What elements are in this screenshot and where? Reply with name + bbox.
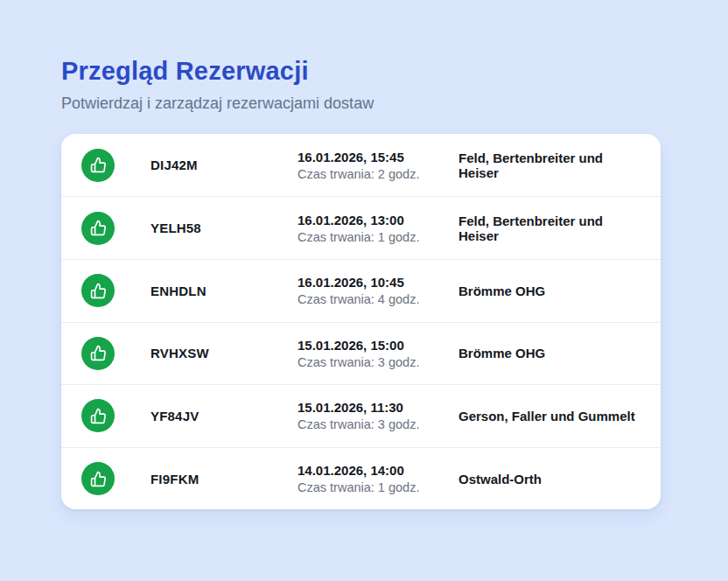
- reservation-time-cell: 14.01.2026, 14:00 Czas trwania: 1 godz.: [298, 463, 458, 494]
- confirm-cell: [61, 462, 150, 495]
- page-subtitle: Potwierdzaj i zarządzaj rezerwacjami dos…: [61, 94, 728, 113]
- reservation-code: ENHDLN: [150, 284, 298, 298]
- reservations-list: DIJ42M 16.01.2026, 15:45 Czas trwania: 2…: [61, 134, 661, 510]
- confirm-reservation-button[interactable]: [81, 337, 115, 370]
- reservation-code: FI9FKM: [150, 472, 298, 486]
- confirm-reservation-button[interactable]: [81, 212, 115, 245]
- reservation-time-cell: 16.01.2026, 15:45 Czas trwania: 2 godz.: [298, 150, 458, 181]
- confirm-cell: [61, 399, 150, 432]
- reservation-row: FI9FKM 14.01.2026, 14:00 Czas trwania: 1…: [61, 447, 661, 510]
- confirm-cell: [61, 149, 150, 182]
- reservation-company: Gerson, Faller und Gummelt: [458, 409, 661, 424]
- reservation-row: YF84JV 15.01.2026, 11:30 Czas trwania: 3…: [61, 384, 661, 447]
- confirm-reservation-button[interactable]: [81, 274, 115, 307]
- reservation-code: DIJ42M: [150, 158, 298, 172]
- reservation-row: RVHXSW 15.01.2026, 15:00 Czas trwania: 3…: [61, 322, 661, 385]
- reservations-page: Przegląd Rezerwacji Potwierdzaj i zarząd…: [0, 0, 728, 509]
- reservation-time-cell: 15.01.2026, 15:00 Czas trwania: 3 godz.: [298, 338, 458, 369]
- reservation-code: YELH58: [150, 220, 298, 235]
- thumbs-up-icon: [90, 157, 107, 173]
- reservation-code: RVHXSW: [150, 346, 298, 360]
- thumbs-up-icon: [90, 408, 107, 424]
- reservation-company: Feld, Bertenbreiter und Heiser: [458, 150, 661, 180]
- reservation-datetime: 16.01.2026, 15:45: [298, 150, 458, 164]
- reservation-company: Brömme OHG: [458, 346, 661, 360]
- reservation-datetime: 16.01.2026, 13:00: [298, 213, 458, 228]
- reservation-row: YELH58 16.01.2026, 13:00 Czas trwania: 1…: [61, 196, 661, 259]
- reservation-row: DIJ42M 16.01.2026, 15:45 Czas trwania: 2…: [61, 134, 661, 197]
- reservation-duration: Czas trwania: 2 godz.: [298, 167, 458, 181]
- reservation-datetime: 15.01.2026, 11:30: [298, 400, 458, 415]
- reservation-row: ENHDLN 16.01.2026, 10:45 Czas trwania: 4…: [61, 259, 661, 322]
- reservation-time-cell: 16.01.2026, 10:45 Czas trwania: 4 godz.: [298, 275, 458, 306]
- confirm-cell: [61, 337, 150, 370]
- reservation-datetime: 15.01.2026, 15:00: [298, 338, 458, 353]
- reservation-company: Feld, Bertenbreiter und Heiser: [458, 214, 661, 243]
- confirm-reservation-button[interactable]: [81, 399, 115, 432]
- reservation-duration: Czas trwania: 3 godz.: [298, 355, 458, 369]
- confirm-cell: [61, 274, 150, 307]
- thumbs-up-icon: [90, 471, 107, 487]
- confirm-cell: [61, 212, 150, 245]
- reservation-duration: Czas trwania: 1 godz.: [298, 230, 458, 244]
- reservation-duration: Czas trwania: 1 godz.: [298, 480, 458, 494]
- confirm-reservation-button[interactable]: [81, 149, 115, 182]
- reservation-datetime: 14.01.2026, 14:00: [298, 463, 458, 478]
- thumbs-up-icon: [90, 220, 107, 236]
- reservation-company: Ostwald-Orth: [458, 472, 661, 486]
- reservation-duration: Czas trwania: 3 godz.: [298, 417, 458, 431]
- reservation-datetime: 16.01.2026, 10:45: [298, 275, 458, 290]
- reservation-company: Brömme OHG: [458, 284, 661, 298]
- reservation-time-cell: 15.01.2026, 11:30 Czas trwania: 3 godz.: [298, 400, 458, 431]
- reservation-time-cell: 16.01.2026, 13:00 Czas trwania: 1 godz.: [298, 213, 458, 244]
- confirm-reservation-button[interactable]: [81, 462, 115, 495]
- reservation-duration: Czas trwania: 4 godz.: [298, 292, 458, 306]
- thumbs-up-icon: [90, 345, 107, 361]
- page-title: Przegląd Rezerwacji: [61, 56, 728, 87]
- reservation-code: YF84JV: [150, 409, 298, 424]
- thumbs-up-icon: [90, 283, 107, 299]
